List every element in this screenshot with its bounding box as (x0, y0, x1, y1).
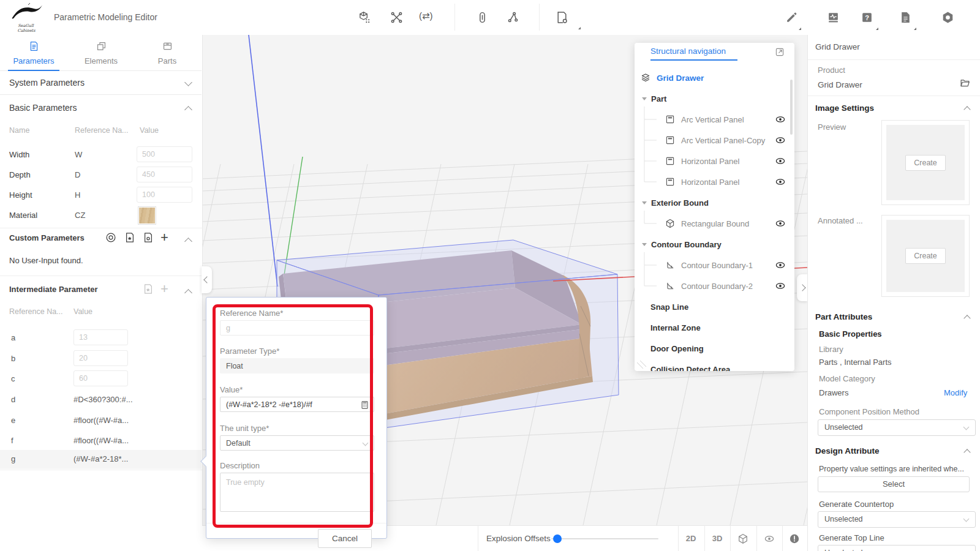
view-3d-button[interactable]: 3D (704, 526, 730, 551)
visibility-eye-icon[interactable] (775, 176, 786, 187)
generate-top-line-select[interactable]: Unselected (818, 545, 976, 551)
tree-root-grid-drawer[interactable]: Grid Drawer (635, 67, 794, 88)
select-button[interactable]: Select (818, 476, 970, 492)
tab-parameters[interactable]: Parameters (6, 41, 61, 66)
explosion-slider-thumb[interactable] (553, 534, 562, 543)
tree-group-part[interactable]: Part (635, 88, 794, 109)
help-icon[interactable]: ? (861, 11, 873, 24)
tree-item-rectangular-bound[interactable]: Rectangular Bound (635, 213, 794, 234)
cancel-button[interactable]: Cancel (318, 529, 372, 548)
view-2d-button[interactable]: 2D (678, 526, 704, 551)
param-width-input[interactable]: 500 (137, 146, 192, 162)
document-settings-icon[interactable] (556, 11, 568, 24)
bounding-cube-icon[interactable] (737, 533, 748, 544)
inter-g-row-selected[interactable]: g (#W-#a*2-18*... (0, 450, 202, 469)
description-textarea[interactable]: True empty (220, 473, 374, 512)
param-height-input[interactable]: 100 (137, 187, 192, 203)
annotated-label: Annotated ... (818, 216, 863, 225)
tree-group-snap-line[interactable]: Snap Line (635, 296, 794, 317)
value-input[interactable]: (#W-#a*2-18*2 -#e*18)/#f (220, 397, 374, 412)
tree-item-contour-boundary-2[interactable]: Contour Boundary-2 (635, 276, 794, 296)
chevron-up-icon[interactable] (184, 289, 192, 297)
graph-nodes-icon[interactable] (507, 11, 519, 24)
tree-group-door-opening[interactable]: Door Opening (635, 338, 794, 359)
explosion-slider-track[interactable] (551, 538, 658, 539)
reference-name-input[interactable]: g (220, 320, 374, 335)
visibility-eye-icon[interactable] (775, 218, 786, 229)
expand-panel-icon[interactable] (775, 47, 785, 57)
chevron-up-icon[interactable] (963, 315, 970, 321)
tree-item-arc-vertical-panel[interactable]: Arc Vertical Panel (635, 109, 794, 130)
chevron-up-icon[interactable] (963, 106, 970, 113)
document-icon[interactable] (899, 11, 912, 24)
component-position-select[interactable]: Unselected (818, 419, 976, 436)
warning-icon[interactable] (789, 533, 800, 544)
explosion-offsets-label: Explosion Offsets (486, 534, 551, 543)
inter-a-input[interactable]: 13 (74, 329, 128, 345)
add-intermediate-icon[interactable]: + (160, 281, 168, 297)
tree-item-horizontal-panel-1[interactable]: Horizontal Panel (635, 151, 794, 171)
tree-group-exterior-bound[interactable]: Exterior Bound (635, 192, 794, 213)
doc-star-icon-disabled[interactable] (143, 283, 154, 294)
inter-d-value[interactable]: #D<360?300:#... (74, 395, 133, 404)
chevron-down-icon (363, 440, 369, 446)
material-swatch[interactable] (138, 206, 156, 225)
joint-icon[interactable] (390, 11, 403, 24)
product-label: Product (818, 66, 845, 75)
chevron-up-icon[interactable] (184, 238, 192, 246)
link-icon[interactable] (476, 11, 489, 24)
tree-group-internal-zone[interactable]: Internal Zone (635, 317, 794, 338)
generate-countertop-select[interactable]: Unselected (818, 511, 976, 528)
chevron-up-icon[interactable] (963, 449, 970, 455)
calculator-icon[interactable] (360, 400, 369, 410)
tab-elements[interactable]: Elements (74, 41, 129, 66)
visibility-eye-icon[interactable] (775, 156, 786, 167)
edit-pencil-icon[interactable] (785, 11, 798, 24)
model-cube-icon[interactable] (358, 11, 371, 24)
tree-item-horizontal-panel-2[interactable]: Horizontal Panel (635, 171, 794, 192)
custom-empty-message: No User-Input found. (9, 256, 83, 265)
tree-item-arc-vertical-panel-copy[interactable]: Arc Vertical Panel-Copy (635, 130, 794, 151)
param-material-ref: CZ (75, 211, 85, 220)
create-preview-button[interactable]: Create (905, 155, 946, 171)
inter-c-input[interactable]: 60 (74, 370, 128, 386)
collapse-right-panel-handle[interactable] (797, 274, 807, 301)
panel-scrollbar[interactable] (790, 80, 793, 135)
open-folder-icon[interactable] (960, 78, 970, 88)
unit-type-value: Default (226, 439, 251, 448)
param-depth-input[interactable]: 450 (137, 167, 192, 182)
inter-b-input[interactable]: 20 (74, 350, 128, 366)
visibility-eye-icon[interactable] (775, 135, 786, 146)
value-input-text: (#W-#a*2-18*2 -#e*18)/#f (226, 400, 312, 409)
doc-star-icon[interactable] (124, 232, 135, 243)
visibility-eye-icon[interactable] (775, 260, 786, 271)
collapse-left-panel-handle[interactable] (202, 266, 212, 293)
generate-top-line-value: Unselected (824, 549, 863, 551)
create-annotated-button[interactable]: Create (905, 248, 946, 264)
add-parameter-icon[interactable]: + (160, 230, 168, 246)
tree-group-contour-boundary[interactable]: Contour Boundary (635, 234, 794, 255)
chevron-up-icon[interactable] (184, 106, 192, 114)
visibility-eye-icon[interactable] (775, 114, 786, 125)
system-parameters-section[interactable]: System Parameters (0, 71, 202, 95)
tree-item-contour-boundary-1[interactable]: Contour Boundary-1 (635, 255, 794, 276)
contour-icon (665, 281, 675, 291)
inter-f-value[interactable]: #floor((#W-#a... (74, 436, 129, 445)
monitor-pulse-icon[interactable] (827, 11, 840, 24)
inter-e-value[interactable]: #floor((#W-#a... (74, 416, 129, 425)
visibility-eye-icon[interactable] (764, 533, 775, 544)
visibility-eye-icon[interactable] (775, 280, 786, 291)
tab-parts[interactable]: Parts (140, 41, 195, 66)
tab-parts-label: Parts (158, 56, 176, 66)
target-nut-icon[interactable] (105, 232, 116, 243)
inter-col-ref: Reference Na... (9, 307, 63, 316)
swap-icon[interactable]: (⇄) (419, 10, 433, 21)
structural-navigation-title[interactable]: Structural navigation (650, 47, 726, 56)
inter-a-ref: a (11, 333, 15, 342)
tree-group-collision-detect-area[interactable]: Collision Detect Area (635, 359, 794, 371)
unit-type-select[interactable]: Default (220, 435, 374, 451)
doc-save-icon[interactable] (143, 232, 154, 243)
basic-col-value: Value (140, 126, 159, 135)
modify-link[interactable]: Modify (944, 388, 967, 397)
settings-nut-icon[interactable] (941, 11, 954, 24)
